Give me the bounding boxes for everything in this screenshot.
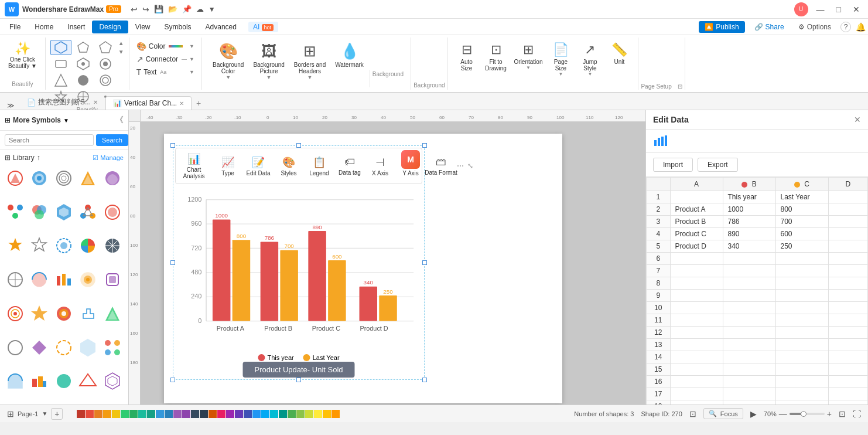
borders-headers-btn[interactable]: ⊞ Borders andHeaders ▼: [291, 40, 329, 83]
fit-to-drawing-btn[interactable]: ⊡ Fit toDrawing: [482, 40, 510, 74]
shape-btn-3[interactable]: [95, 40, 116, 55]
expand-tabs-btn[interactable]: ≫: [5, 101, 17, 110]
symbol-25[interactable]: [5, 337, 26, 358]
page-dropdown[interactable]: ▼: [42, 410, 47, 417]
cell-b[interactable]: [723, 253, 775, 265]
page-setup-collapse[interactable]: ⊡: [678, 83, 682, 90]
zoom-slider-thumb[interactable]: [801, 411, 807, 417]
cell-c[interactable]: [775, 351, 828, 363]
cell-d[interactable]: [828, 265, 868, 277]
palette-color-swatch[interactable]: [191, 410, 199, 418]
cell-d[interactable]: [828, 228, 868, 240]
shape-btn-1[interactable]: [50, 40, 71, 55]
cell-c[interactable]: 700: [775, 216, 828, 228]
share-btn[interactable]: 🔗 Share: [750, 21, 789, 33]
minimize-btn[interactable]: —: [813, 0, 828, 18]
symbol-28[interactable]: [77, 337, 98, 358]
cell-c[interactable]: 600: [775, 228, 828, 240]
menu-view[interactable]: View: [128, 21, 158, 33]
palette-color-swatch[interactable]: [156, 410, 164, 418]
palette-color-swatch[interactable]: [288, 410, 296, 418]
export-btn[interactable]: Export: [698, 158, 738, 172]
cell-d[interactable]: [828, 314, 868, 327]
cell-b[interactable]: 1000: [723, 203, 775, 216]
cell-b[interactable]: [723, 290, 775, 302]
close-btn[interactable]: ✕: [849, 0, 863, 18]
palette-color-swatch[interactable]: [305, 410, 313, 418]
tab-close-0[interactable]: ✕: [93, 99, 98, 106]
cell-c[interactable]: [775, 302, 828, 314]
palette-color-swatch[interactable]: [323, 410, 331, 418]
library-expand-icon[interactable]: ⊞: [5, 154, 11, 162]
palette-color-swatch[interactable]: [270, 410, 278, 418]
shape-btn-9[interactable]: [95, 73, 116, 88]
x-axis-btn[interactable]: ⊣ X Axis: [365, 154, 395, 179]
palette-color-swatch[interactable]: [261, 410, 269, 418]
collapse-panel-btn[interactable]: 《: [115, 115, 124, 125]
symbol-16[interactable]: [29, 269, 50, 290]
background-picture-btn[interactable]: 🖼 BackgroundPicture ▼: [250, 40, 288, 83]
cell-d[interactable]: [828, 216, 868, 228]
cell-c[interactable]: [775, 327, 828, 339]
cell-d[interactable]: [828, 376, 868, 388]
import-btn[interactable]: Import: [653, 158, 693, 172]
symbol-23[interactable]: [77, 303, 98, 324]
row-1-a[interactable]: [670, 191, 723, 203]
shape-btn-2[interactable]: [73, 40, 94, 55]
shapes-scroll-down[interactable]: ▼: [118, 49, 124, 55]
pin-btn[interactable]: 📌: [182, 5, 192, 13]
symbol-31[interactable]: [29, 371, 50, 392]
cell-d[interactable]: [828, 327, 868, 339]
more-btn[interactable]: ▼: [209, 5, 216, 13]
row-1-d[interactable]: [828, 191, 868, 203]
symbol-7[interactable]: [53, 202, 74, 223]
symbol-34[interactable]: [102, 371, 123, 392]
palette-color-swatch[interactable]: [138, 410, 146, 418]
undo-btn[interactable]: ↩: [131, 5, 138, 14]
cell-c[interactable]: 250: [775, 240, 828, 253]
palette-color-swatch[interactable]: [296, 410, 305, 418]
auto-size-btn[interactable]: ⊟ AutoSize: [453, 40, 481, 74]
palette-color-swatch[interactable]: [86, 410, 94, 418]
symbol-19[interactable]: [102, 269, 123, 290]
focus-btn[interactable]: 🔍 Focus: [703, 408, 743, 419]
chart-type-btn[interactable]: 📈 Type: [213, 154, 242, 179]
cell-a[interactable]: [670, 277, 723, 290]
background-color-btn[interactable]: 🎨 BackgroundColor ▼: [209, 40, 247, 83]
palette-color-swatch[interactable]: [94, 410, 102, 418]
cell-b[interactable]: 890: [723, 228, 775, 240]
handle-tr[interactable]: [422, 143, 427, 148]
cell-b[interactable]: [723, 388, 775, 400]
cell-b[interactable]: [723, 363, 775, 376]
cell-d[interactable]: [828, 253, 868, 265]
cell-c[interactable]: [775, 388, 828, 400]
canvas-content[interactable]: 📊 ChartAnalysis 📈 Type 📝 Edit Data 🎨: [141, 122, 645, 405]
open-file-btn[interactable]: 📂: [168, 5, 177, 13]
chart-with-selection[interactable]: 📊 ChartAnalysis 📈 Type 📝 Edit Data 🎨: [173, 145, 425, 380]
connector-btn[interactable]: ↗ Connector — ▼: [134, 53, 197, 66]
cell-b[interactable]: [723, 265, 775, 277]
cell-c[interactable]: [775, 339, 828, 351]
cell-a[interactable]: Product D: [670, 240, 723, 253]
shape-btn-5[interactable]: [73, 56, 94, 72]
shape-btn-6[interactable]: [95, 56, 116, 72]
cell-c[interactable]: [775, 277, 828, 290]
layers-icon[interactable]: ⊞: [7, 409, 14, 419]
help-btn[interactable]: ?: [840, 22, 851, 32]
symbol-1[interactable]: [29, 168, 50, 189]
palette-color-swatch[interactable]: [77, 410, 85, 418]
fullscreen-btn[interactable]: ⛶: [853, 409, 861, 419]
symbol-11[interactable]: [29, 235, 50, 256]
symbol-8[interactable]: [77, 202, 98, 223]
library-sort-icon[interactable]: ↑: [37, 154, 40, 162]
symbol-30[interactable]: [5, 371, 26, 392]
cell-d[interactable]: [828, 400, 868, 405]
symbol-27[interactable]: [53, 337, 74, 358]
edit-data-toolbar-btn[interactable]: 📝 Edit Data: [244, 154, 273, 179]
shape-btn-4[interactable]: [50, 56, 71, 72]
cell-b[interactable]: [723, 400, 775, 405]
cell-c[interactable]: [775, 314, 828, 327]
cell-b[interactable]: [723, 327, 775, 339]
palette-color-swatch[interactable]: [217, 410, 225, 418]
palette-color-swatch[interactable]: [279, 410, 287, 418]
